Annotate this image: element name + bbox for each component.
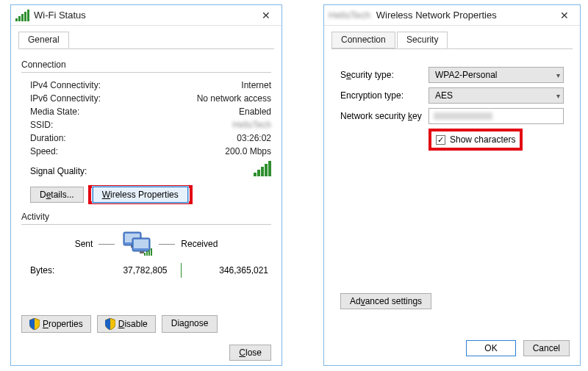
- dash-icon: [159, 244, 175, 245]
- row-ipv4: IPv4 Connectivity: Internet: [21, 79, 271, 92]
- advanced-settings-button[interactable]: Advanced settings: [340, 293, 431, 309]
- wireless-properties-window: HelloTech Wireless Network Properties ✕ …: [323, 4, 581, 366]
- group-activity-label: Activity: [21, 212, 271, 222]
- diagnose-button[interactable]: Diagnose: [162, 315, 218, 333]
- wireless-properties-button[interactable]: Wireless Properties: [93, 187, 188, 203]
- svg-rect-4: [134, 239, 148, 248]
- row-network-key: Network security key: [340, 108, 564, 124]
- activity-header: Sent: [21, 231, 271, 257]
- advanced-settings-row: Advanced settings: [340, 296, 431, 306]
- duration-value: 03:26:02: [237, 133, 271, 143]
- media-value: Enabled: [239, 107, 271, 117]
- security-type-label: Security type:: [340, 70, 429, 80]
- close-button[interactable]: Close: [229, 345, 271, 361]
- ok-button[interactable]: OK: [466, 340, 515, 356]
- dash-icon: [98, 244, 115, 245]
- chevron-down-icon: ▾: [556, 92, 560, 100]
- window-title: Wi-Fi Status: [34, 10, 255, 21]
- row-ipv6: IPv6 Connectivity: No network access: [21, 92, 271, 105]
- svg-rect-9: [151, 248, 152, 256]
- row-speed: Speed: 200.0 Mbps: [21, 145, 271, 158]
- svg-rect-8: [148, 250, 150, 256]
- tabstrip: General: [18, 32, 274, 49]
- signal-label: Signal Quality:: [30, 166, 87, 176]
- close-button-label: Close: [239, 347, 262, 358]
- row-signal: Signal Quality:: [21, 158, 271, 178]
- encryption-type-label: Encryption type:: [340, 90, 429, 101]
- media-label: Media State:: [30, 107, 79, 117]
- network-key-input[interactable]: [429, 108, 564, 124]
- ipv4-value: Internet: [241, 80, 271, 90]
- window-title-text: Wireless Network Properties: [376, 10, 497, 21]
- properties-button[interactable]: Properties: [21, 315, 91, 333]
- checkbox-icon: ✓: [436, 135, 445, 145]
- svg-rect-7: [146, 251, 148, 256]
- row-bytes: Bytes: 37,782,805 346,365,021: [21, 263, 271, 278]
- details-button[interactable]: Details...: [30, 187, 84, 203]
- row-ssid: SSID: HelloTech: [21, 118, 271, 132]
- properties-button-label: Properties: [43, 319, 83, 329]
- titlebar: HelloTech Wireless Network Properties ✕: [324, 5, 580, 26]
- window-title-ssid: HelloTech: [329, 10, 373, 21]
- speed-label: Speed:: [30, 146, 58, 156]
- show-characters-label: Show characters: [450, 134, 515, 145]
- shield-icon: [29, 318, 40, 330]
- pane-security: Security type: WPA2-Personal ▾ Encryptio…: [324, 49, 580, 168]
- ssid-label: SSID:: [30, 120, 53, 130]
- row-show-characters: ✓ Show characters: [429, 129, 564, 151]
- row-security-type: Security type: WPA2-Personal ▾: [340, 67, 564, 83]
- sent-label: Sent: [75, 239, 93, 249]
- bytes-sent-value: 37,782,805: [80, 265, 181, 275]
- ssid-value: HelloTech: [232, 120, 271, 130]
- pane-general: Connection IPv4 Connectivity: Internet I…: [11, 49, 282, 284]
- security-type-value: WPA2-Personal: [435, 70, 497, 80]
- cancel-button[interactable]: Cancel: [523, 340, 570, 356]
- network-key-label: Network security key: [340, 111, 429, 121]
- disable-button-label: Disable: [118, 319, 148, 329]
- activity-monitor-icon: [121, 231, 153, 257]
- wifi-status-window: Wi-Fi Status ✕ General Connection IPv4 C…: [10, 4, 282, 366]
- wireless-properties-button-label: Wireless Properties: [102, 190, 179, 200]
- bytes-received-value: 346,365,021: [182, 265, 272, 275]
- diagnose-button-label: Diagnose: [171, 318, 209, 328]
- signal-bars-icon: [254, 161, 271, 176]
- disable-button[interactable]: Disable: [97, 315, 156, 333]
- encryption-type-combo[interactable]: AES ▾: [429, 87, 564, 104]
- footer-buttons: Properties Disable Diagnose: [21, 315, 218, 333]
- tab-connection[interactable]: Connection: [331, 32, 395, 48]
- connection-buttons: Details... Wireless Properties: [30, 185, 271, 204]
- tabstrip: Connection Security: [331, 32, 573, 49]
- divider: [21, 72, 271, 73]
- highlight-show-characters: ✓ Show characters: [429, 129, 523, 151]
- duration-label: Duration:: [30, 133, 66, 143]
- window-title: HelloTech Wireless Network Properties: [329, 10, 553, 21]
- close-icon[interactable]: ✕: [255, 7, 277, 24]
- received-label: Received: [181, 239, 218, 249]
- advanced-settings-button-label: Advanced settings: [350, 296, 422, 306]
- row-media: Media State: Enabled: [21, 105, 271, 118]
- security-type-combo[interactable]: WPA2-Personal ▾: [429, 67, 564, 83]
- chevron-down-icon: ▾: [556, 71, 560, 79]
- speed-value: 200.0 Mbps: [225, 146, 271, 156]
- highlight-wireless-properties: Wireless Properties: [88, 185, 193, 204]
- group-connection-label: Connection: [21, 60, 271, 70]
- tab-general[interactable]: General: [18, 32, 69, 48]
- footer-close: Close: [229, 347, 271, 358]
- divider: [21, 224, 271, 225]
- footer-buttons: OK Cancel: [466, 340, 570, 356]
- ipv6-value: No network access: [197, 93, 271, 104]
- titlebar: Wi-Fi Status ✕: [11, 5, 282, 26]
- svg-rect-5: [140, 251, 144, 253]
- bytes-label: Bytes:: [21, 265, 80, 275]
- row-duration: Duration: 03:26:02: [21, 132, 271, 145]
- close-icon[interactable]: ✕: [553, 7, 576, 24]
- ipv6-label: IPv6 Connectivity:: [30, 93, 101, 104]
- ipv4-label: IPv4 Connectivity:: [30, 80, 101, 90]
- encryption-type-value: AES: [435, 90, 453, 101]
- shield-icon: [105, 318, 115, 330]
- show-characters-checkbox[interactable]: ✓ Show characters: [433, 133, 518, 146]
- wifi-icon: [15, 10, 29, 21]
- row-encryption-type: Encryption type: AES ▾: [340, 87, 564, 104]
- tab-security[interactable]: Security: [397, 32, 448, 48]
- details-button-label: Details...: [40, 190, 74, 200]
